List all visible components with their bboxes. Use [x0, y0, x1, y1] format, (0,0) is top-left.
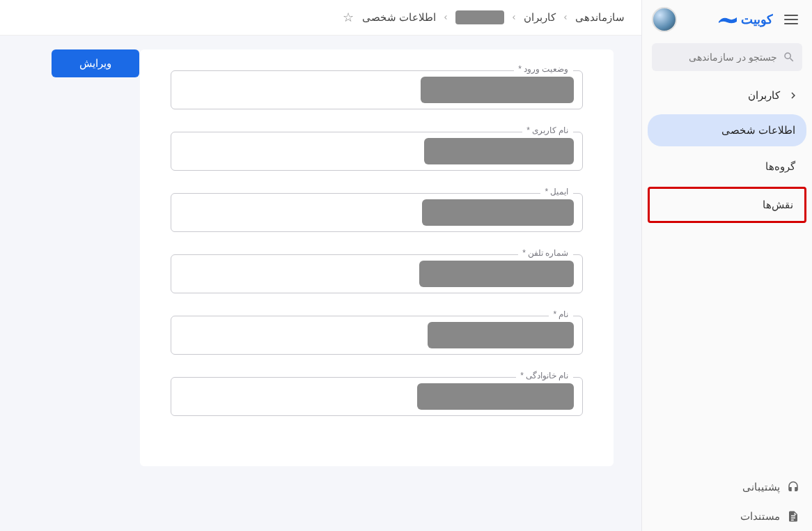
- field-label: نام کاربری *: [522, 125, 572, 135]
- field-phone: شماره تلفن *: [171, 254, 583, 293]
- nav-label: گروه‌ها: [765, 160, 795, 172]
- footer-label: پشتیبانی: [742, 481, 780, 493]
- field-label: نام خانوادگی *: [516, 371, 572, 380]
- nav-personal-info[interactable]: اطلاعات شخصی: [648, 114, 806, 146]
- main: سازماندهی کاربران اطلاعات شخصی ☆: [0, 0, 641, 531]
- redacted-value: [428, 322, 574, 348]
- redacted-value: [417, 383, 574, 410]
- document-icon: [787, 510, 799, 523]
- brand-logo-icon: [719, 15, 737, 24]
- chevron-left-icon: [561, 12, 570, 24]
- breadcrumb: سازماندهی کاربران اطلاعات شخصی ☆: [343, 10, 625, 25]
- field-firstname: نام *: [171, 316, 583, 355]
- field-login-status: وضعیت ورود *: [171, 70, 583, 109]
- field-box[interactable]: [171, 70, 583, 109]
- footer-support[interactable]: پشتیبانی: [642, 472, 812, 502]
- field-box[interactable]: [171, 132, 583, 171]
- field-box[interactable]: [171, 254, 583, 293]
- search-box[interactable]: [652, 43, 802, 71]
- sidebar: کوبیت کاربران اطلاعات شخصی گروه‌ها نقش‌ه…: [641, 0, 812, 531]
- redacted-value: [424, 138, 574, 164]
- content: وضعیت ورود * نام کاربری *: [0, 36, 641, 531]
- field-box[interactable]: [171, 377, 583, 416]
- field-lastname: نام خانوادگی *: [171, 377, 583, 416]
- crumb-user-redacted[interactable]: [455, 10, 504, 24]
- nav-label: نقش‌ها: [763, 199, 793, 210]
- headset-icon: [787, 481, 799, 493]
- field-box[interactable]: [171, 316, 583, 355]
- field-label: شماره تلفن *: [518, 248, 572, 258]
- nav-roles[interactable]: نقش‌ها: [648, 187, 806, 223]
- back-label: کاربران: [748, 89, 780, 102]
- crumb-personal: اطلاعات شخصی: [362, 11, 436, 24]
- search-input[interactable]: [659, 52, 783, 63]
- nav-group: اطلاعات شخصی گروه‌ها نقش‌ها: [642, 114, 812, 227]
- field-box[interactable]: [171, 193, 583, 232]
- sidebar-header: کوبیت: [642, 0, 812, 39]
- back-users[interactable]: کاربران: [642, 81, 812, 110]
- field-label: ایمیل *: [540, 187, 572, 197]
- crumb-org[interactable]: سازماندهی: [575, 11, 625, 24]
- menu-icon[interactable]: [780, 10, 802, 29]
- field-username: نام کاربری *: [171, 132, 583, 171]
- redacted-value: [422, 199, 574, 226]
- form-card: وضعیت ورود * نام کاربری *: [140, 49, 614, 466]
- avatar[interactable]: [652, 7, 677, 32]
- crumb-users[interactable]: کاربران: [524, 11, 556, 24]
- footer-docs[interactable]: مستندات: [642, 502, 812, 531]
- chevron-left-icon: [442, 12, 450, 24]
- chevron-left-icon: [510, 12, 518, 24]
- redacted-value: [421, 77, 574, 103]
- redacted-value: [419, 261, 574, 287]
- field-label: نام *: [549, 309, 572, 319]
- search-icon: [783, 51, 795, 63]
- footer-label: مستندات: [740, 510, 780, 523]
- brand-name: کوبیت: [741, 12, 773, 27]
- brand[interactable]: کوبیت: [684, 12, 773, 27]
- field-email: ایمیل *: [171, 193, 583, 232]
- topbar: سازماندهی کاربران اطلاعات شخصی ☆: [0, 0, 641, 36]
- edit-button[interactable]: ویرایش: [52, 49, 139, 77]
- arrow-right-icon: [787, 89, 799, 102]
- star-icon[interactable]: ☆: [343, 10, 354, 25]
- nav-label: اطلاعات شخصی: [721, 124, 795, 136]
- field-label: وضعیت ورود *: [514, 64, 572, 74]
- nav-groups[interactable]: گروه‌ها: [648, 151, 806, 183]
